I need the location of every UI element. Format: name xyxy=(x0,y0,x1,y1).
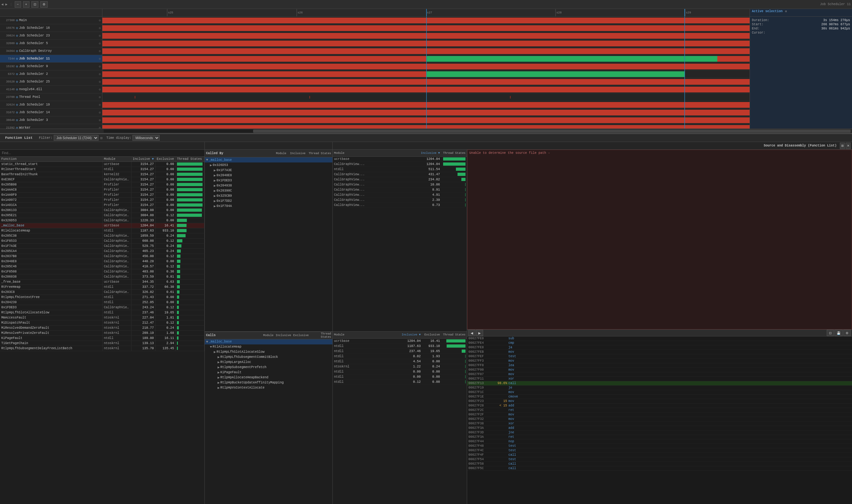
fl-table-row[interactable]: MmAccessFault ntoskrnl 227.04 1.81 xyxy=(0,315,205,321)
fl-cell-function[interactable]: RtlAllocateHeap xyxy=(0,228,102,233)
fl-table-row[interactable]: 0x205CA4 CallGraphView... 465.23 0.24 xyxy=(0,249,205,254)
fl-table-row[interactable]: 0x1F8508 CallGraphView... 403.08 0.36 xyxy=(0,269,205,274)
disasm-row[interactable]: 00027F28 < 15 add xyxy=(467,403,852,408)
disasm-row[interactable]: 00027FEB mov xyxy=(467,350,852,354)
fl-cell-function[interactable]: MiDispatchFault xyxy=(0,321,102,326)
cb-node-325cb9[interactable]: ▶ 0x325CB9 xyxy=(205,193,333,198)
col-header-inclusive[interactable]: Inclusive xyxy=(131,157,155,162)
cb-node-1fded3[interactable]: ▶ 0x1FDED3 xyxy=(205,178,333,183)
fl-cell-function[interactable]: RtFreeHeap xyxy=(0,285,102,290)
calls-largealloc[interactable]: ▶ RtlpHpLargeAlloc xyxy=(205,360,333,365)
col-header-module[interactable]: Module xyxy=(102,157,131,162)
calls-right-row[interactable]: ntdll 0.12 0.00 xyxy=(333,380,467,385)
back-icon[interactable]: ◀ xyxy=(1,2,3,6)
fl-cell-function[interactable]: 0x2048E8 xyxy=(0,259,102,264)
disasm-row[interactable]: 00027FE0 sub xyxy=(467,337,852,341)
disasm-copy-btn[interactable]: ⊡ xyxy=(827,330,834,336)
cb-node-20390c[interactable]: ▶ 0x20390C xyxy=(205,188,333,193)
calls-root[interactable]: ▼ _malloc_base xyxy=(205,339,333,344)
calls-lfhslow[interactable]: ▶ RtlpHpLfhSlotAllocateSlow xyxy=(205,349,333,355)
cb-right-row[interactable]: CallGraphView... 431.47 xyxy=(333,172,467,177)
fl-table-row[interactable]: RtlAllocateHeap ntdll 1187.63 933.10 xyxy=(0,228,205,233)
disasm-row[interactable]: 00027FE4 cmp xyxy=(467,341,852,345)
calls-prefetch[interactable]: ▶ RtlpHpSubsegmentPrefetch xyxy=(205,365,333,370)
calls-right-row[interactable]: ntoskrnl 1.22 0.24 xyxy=(333,364,467,370)
fl-cell-function[interactable]: RtlpHpLfhContextFree xyxy=(0,295,102,300)
fl-table-row[interactable]: 0x205C38 CallGraphView... 1059.59 0.24 xyxy=(0,233,205,238)
disasm-row[interactable]: 00027F3A add xyxy=(467,426,852,430)
thread-row-js16[interactable]: 15576 ⊙ Job Scheduler 16 ⊙ xyxy=(0,24,102,32)
col-header-exclusive[interactable]: Exclusive xyxy=(155,157,175,162)
fl-cell-function[interactable]: 0x206038 xyxy=(0,274,102,280)
forward-icon[interactable]: ▶ xyxy=(5,2,8,6)
search-input[interactable] xyxy=(0,150,205,156)
disasm-row[interactable]: 00027F3D jne xyxy=(467,430,852,435)
cb-right-row[interactable]: ucrtbase 1204.04 xyxy=(333,157,467,162)
disasm-row[interactable]: 00027F4C test xyxy=(467,448,852,453)
cb-right-row[interactable]: CallGraphView... 2.39 xyxy=(333,198,467,203)
fl-cell-function[interactable]: 0x326D53 xyxy=(0,218,102,223)
thread-row-js25[interactable]: 35528 ⊙ Job Scheduler 25 ⊙ xyxy=(0,78,102,86)
cb-node-1f784a[interactable]: ▶ 0x1F784A xyxy=(205,203,333,209)
calls-rta[interactable]: ▼ RtlAllocateHeap xyxy=(205,344,333,349)
thread-row-js23[interactable]: 39824 ⊙ Job Scheduler 23 ⊙ xyxy=(0,32,102,40)
thread-row-js3[interactable]: 38640 ⊙ Job Scheduler 3 ⊙ xyxy=(0,116,102,124)
fl-cell-function[interactable]: 0x204239 xyxy=(0,300,102,305)
fl-cell-function[interactable]: _free_base xyxy=(0,280,102,285)
fl-cell-function[interactable]: 0x1F8533 xyxy=(0,238,102,244)
fl-cell-function[interactable]: 0x2037B8 xyxy=(0,254,102,259)
fl-cell-function[interactable]: MiResolvePrivateZeroFault xyxy=(0,331,102,336)
disasm-row[interactable]: 00027F3A ret xyxy=(467,435,852,439)
fl-table-row[interactable]: 0x1FDED3 CallGraphView... 243.24 0.12 xyxy=(0,305,205,310)
disasm-row[interactable]: 00027F11 xor xyxy=(467,377,852,381)
thread-row-cgd[interactable]: 34364 ⊙ CallGraph Destroy ⊙ xyxy=(0,47,102,55)
fl-table-row[interactable]: RtlUserThreadStart ntdll 3154.27 0.00 xyxy=(0,167,205,172)
thread-row-worker[interactable]: 21392 ⊙ Worker ⊙ xyxy=(0,124,102,129)
fit-btn[interactable]: ⊡ xyxy=(31,1,38,8)
col-header-thread-states[interactable]: Thread States xyxy=(175,157,204,162)
fl-cell-function[interactable]: RtlpHpLfhSubsegmentDelayFreeListBatch xyxy=(0,346,102,351)
fl-table-row[interactable]: 0x205E21 CallGraphView... 3084.88 0.12 xyxy=(0,213,205,218)
cb-right-row[interactable]: CallGraphView... 234.02 xyxy=(333,177,467,182)
fl-cell-function[interactable]: MmAccessFault xyxy=(0,315,102,321)
fl-cell-function[interactable]: 0x206133 xyxy=(0,208,102,213)
disasm-next-btn[interactable]: ▶ xyxy=(476,330,483,336)
fl-table-row[interactable]: TiGetPageChain ntoskrnl 139.13 2.94 xyxy=(0,341,205,346)
calls-right-row[interactable]: ucrtbase 1204.04 16.41 xyxy=(333,339,467,344)
fl-table-row[interactable]: 0x1AAAC8 Profiler 3154.27 0.00 xyxy=(0,187,205,193)
disasm-row[interactable]: 00027F1E cmove xyxy=(467,395,852,399)
fl-table-row[interactable]: 0x205B98 Profiler 3154.27 0.00 xyxy=(0,182,205,187)
thread-row-js19[interactable]: 32624 ⊙ Job Scheduler 19 ⊙ xyxy=(0,101,102,109)
calls-right-row[interactable]: ntdll 237.46 19.65 xyxy=(333,349,467,354)
fl-cell-function[interactable]: 0x1AAAC8 xyxy=(0,187,102,193)
cb-right-row[interactable]: CallGraphView... 10.06 xyxy=(333,182,467,187)
thread-row-js14[interactable]: 31672 ⊙ Job Scheduler 14 ⊙ xyxy=(0,109,102,116)
calls-kipf[interactable]: ▶ KiPageFault xyxy=(205,370,333,375)
cb-right-row[interactable]: CallGraphView... 8.91 xyxy=(333,187,467,193)
fl-table-row[interactable]: 0x326D53 CallGraphView... 1220.33 0.00 xyxy=(0,218,205,223)
fl-table-row[interactable]: MiResolvedDemandZeroFault ntoskrnl 210.7… xyxy=(0,326,205,331)
disasm-settings-btn[interactable]: ⚙ xyxy=(844,330,851,336)
fl-cell-function[interactable]: 0x203C8 xyxy=(0,290,102,295)
calls-heapbackend[interactable]: ▶ RtlpHpAllocateHeapBackend xyxy=(205,375,333,380)
fl-table-row[interactable]: 0x2037B8 CallGraphView... 456.08 0.12 xyxy=(0,254,205,259)
fl-table-row[interactable]: 0x2048E8 CallGraphView... 440.28 0.00 xyxy=(0,259,205,264)
fl-table-row[interactable]: BaseThreadInitThunk kernel32 3154.27 0.0… xyxy=(0,172,205,177)
fl-table-row[interactable]: _malloc_base ucrtbase 1204.04 16.41 xyxy=(0,223,205,228)
cb-node-1f7a3e[interactable]: ▶ 0x1F7A3E xyxy=(205,167,333,173)
disasm-row[interactable]: 00027F58 call xyxy=(467,462,852,466)
calls-right-row[interactable]: ntdll 0.00 0.00 xyxy=(333,375,467,380)
disasm-pin-btn[interactable]: ⊞ xyxy=(840,143,845,149)
cb-root[interactable]: ▼ _malloc_base xyxy=(205,157,333,162)
fl-table-row[interactable]: RtlpHpLfhSubsegmentDelayFreeListBatch nt… xyxy=(0,346,205,351)
thread-row-nvog[interactable]: 41148 ⊙ nvoglv64.dll ⊙ xyxy=(0,86,102,93)
calls-right-row[interactable]: ntdll 4.54 0.00 xyxy=(333,359,467,364)
calls-affinity[interactable]: ▶ RtlpHpBucketUpdateAffinityMapping xyxy=(205,380,333,385)
disasm-row[interactable]: 00027FEF test xyxy=(467,354,852,359)
fl-cell-function[interactable]: 0x1F7A3E xyxy=(0,244,102,249)
disasm-row[interactable]: 00027F44 nop xyxy=(467,439,852,444)
disasm-row[interactable]: 00027FF3 mov xyxy=(467,359,852,363)
fl-table-row[interactable]: 0x1F7A3E CallGraphView... 529.75 0.24 xyxy=(0,244,205,249)
disasm-row[interactable]: 00027F1C mov xyxy=(467,390,852,395)
disasm-row[interactable]: 00027F38 xor xyxy=(467,421,852,426)
